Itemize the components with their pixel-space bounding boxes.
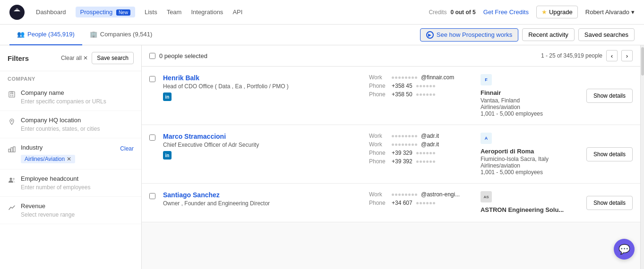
filters-header: Filters Clear all ✕ Save search — [0, 45, 141, 71]
nav-integrations[interactable]: Integrations — [191, 8, 223, 16]
credits-box: Credits 0 out of 5 — [429, 9, 475, 16]
person-checkbox-2[interactable] — [149, 193, 155, 199]
svg-point-2 — [15, 11, 19, 15]
linkedin-icon-1[interactable]: in — [163, 151, 172, 160]
chat-bubble[interactable]: 💬 — [614, 239, 635, 260]
company-hq-label: Company HQ location — [21, 117, 134, 124]
svg-rect-11 — [11, 148, 13, 152]
contact-phone2-1: Phone +39 392 — [369, 158, 473, 165]
person-card-1: Marco Stramaccioni Chief Executive Offic… — [142, 125, 640, 184]
company-size-0: 1,001 - 5,000 employees — [481, 110, 575, 117]
company-name-2: ASTRON Engineering Solu... — [481, 206, 575, 213]
revenue-filter: Revenue Select revenue range — [0, 197, 141, 224]
pagination: 1 - 25 of 345,919 people ‹ › — [541, 50, 633, 61]
company-section-header: COMPANY — [0, 71, 141, 84]
industry-clear-button[interactable]: Clear — [120, 145, 134, 152]
see-how-button[interactable]: ▶ See how Prospecting works — [420, 28, 518, 42]
select-all-row: 0 people selected — [149, 52, 207, 59]
results-toolbar: 0 people selected 1 - 25 of 345,919 peop… — [142, 45, 640, 67]
person-checkbox-0[interactable] — [149, 76, 155, 82]
company-name-0: Finnair — [481, 89, 575, 96]
svg-point-14 — [13, 178, 15, 180]
saved-searches-button[interactable]: Saved searches — [578, 28, 635, 41]
company-info-1: A Aeroporti di Roma Fiumicino-Isola Sacr… — [481, 133, 575, 176]
show-details-button-1[interactable]: Show details — [586, 147, 633, 161]
right-scrollbar — [640, 45, 644, 269]
show-details-button-0[interactable]: Show details — [586, 89, 633, 103]
revenue-label: Revenue — [21, 202, 134, 210]
play-icon: ▶ — [426, 31, 434, 39]
svg-rect-3 — [9, 92, 15, 97]
svg-rect-10 — [9, 149, 10, 152]
selected-count: 0 people selected — [159, 52, 207, 59]
company-size-1: 1,001 - 5,000 employees — [481, 169, 575, 176]
person-title-2: Owner , Founder and Engineering Director — [163, 200, 361, 207]
company-info-2: AS ASTRON Engineering Solu... — [481, 191, 575, 214]
company-name-filter: Company name Enter specific companies or… — [0, 84, 141, 111]
company-name-input[interactable]: Enter specific companies or URLs — [21, 98, 134, 105]
get-free-credits-link[interactable]: Get Free Credits — [483, 8, 529, 16]
company-logo-0: F — [481, 74, 492, 85]
user-menu[interactable]: Robert Alvarado ▾ — [585, 8, 635, 16]
location-icon — [8, 118, 16, 126]
svg-rect-4 — [10, 93, 11, 94]
nav-lists[interactable]: Lists — [145, 8, 157, 16]
credits-value: 0 out of 5 — [450, 9, 475, 16]
svg-rect-6 — [10, 95, 11, 96]
save-search-button[interactable]: Save search — [92, 52, 134, 64]
svg-rect-5 — [12, 93, 13, 94]
person-checkbox-1[interactable] — [149, 134, 155, 141]
person-name-1[interactable]: Marco Stramaccioni — [163, 133, 361, 140]
industry-tag: Airlines/Aviation ✕ — [21, 155, 75, 163]
nav-api[interactable]: API — [232, 8, 242, 16]
company-logo-1: A — [481, 133, 492, 144]
industry-label: Industry — [21, 144, 43, 151]
company-hq-input[interactable]: Enter countries, states, or cities — [21, 126, 134, 132]
prospecting-badge: New — [116, 9, 130, 16]
person-info-1: Marco Stramaccioni Chief Executive Offic… — [163, 133, 361, 160]
person-card: Henrik Balk Head of CDO Office ( Data , … — [142, 67, 640, 125]
building-icon — [8, 90, 16, 99]
tab-companies[interactable]: 🏢 Companies (9,541) — [82, 25, 160, 45]
contact-info-0: Work @finnair.com Phone +358 45 Phone +3… — [369, 74, 473, 100]
tab-people[interactable]: 👥 People (345,919) — [9, 25, 82, 45]
company-location-0: Vantaa, Finland — [481, 97, 575, 104]
company-info-0: F Finnair Vantaa, Finland Airlines/aviat… — [481, 74, 575, 117]
nav-team[interactable]: Team — [167, 8, 182, 16]
filters-sidebar: Filters Clear all ✕ Save search COMPANY … — [0, 45, 142, 269]
main-content: Filters Clear all ✕ Save search COMPANY … — [0, 45, 644, 269]
next-page-button[interactable]: › — [621, 50, 633, 61]
logo — [9, 5, 25, 20]
contact-phone2-0: Phone +358 50 — [369, 91, 473, 98]
person-name-2[interactable]: Santiago Sanchez — [163, 191, 361, 199]
people-icon: 👥 — [17, 31, 25, 38]
top-nav: Dashboard Prospecting New Lists Team Int… — [0, 0, 644, 25]
upgrade-button[interactable]: ★ Upgrade — [536, 6, 578, 18]
contact-work-email1-1: Work @adr.it — [369, 133, 473, 139]
person-name-0[interactable]: Henrik Balk — [163, 74, 361, 82]
company-logo-2: AS — [481, 191, 492, 202]
industry-tag-remove[interactable]: ✕ — [67, 156, 71, 162]
companies-icon: 🏢 — [90, 31, 97, 38]
person-title-1: Chief Executive Officer of Adr Security — [163, 142, 361, 148]
recent-activity-button[interactable]: Recent activity — [522, 28, 575, 41]
contact-phone1-0: Phone +358 45 — [369, 83, 473, 89]
nav-links: Dashboard Prospecting New Lists Team Int… — [36, 7, 417, 17]
scrollbar-thumb[interactable] — [641, 47, 644, 76]
svg-point-9 — [11, 120, 13, 122]
filters-title: Filters — [8, 54, 29, 62]
company-name-label: Company name — [21, 89, 134, 96]
select-all-checkbox[interactable] — [149, 53, 155, 59]
contact-phone1-2: Phone +34 607 — [369, 200, 473, 206]
nav-dashboard[interactable]: Dashboard — [36, 8, 66, 16]
nav-prospecting[interactable]: Prospecting New — [76, 7, 135, 17]
svg-rect-7 — [12, 95, 13, 96]
person-info-0: Henrik Balk Head of CDO Office ( Data , … — [163, 74, 361, 101]
show-details-button-2[interactable]: Show details — [586, 196, 633, 210]
clear-all-button[interactable]: Clear all ✕ — [61, 55, 88, 61]
prev-page-button[interactable]: ‹ — [606, 50, 618, 61]
revenue-input[interactable]: Select revenue range — [21, 211, 134, 218]
employee-headcount-input[interactable]: Enter number of employees — [21, 184, 134, 191]
linkedin-icon-0[interactable]: in — [163, 92, 172, 101]
contact-info-2: Work @astron-engi... Phone +34 607 — [369, 191, 473, 208]
